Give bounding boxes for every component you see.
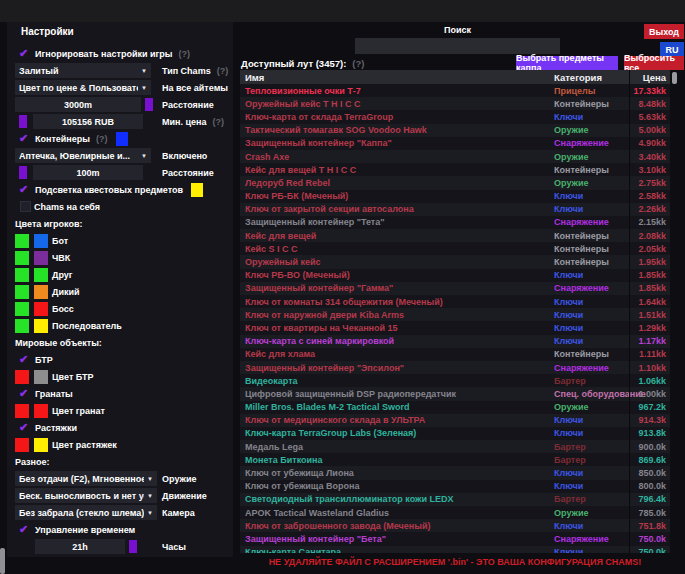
color-swatch[interactable] [15, 268, 29, 282]
table-row[interactable]: Ключ-карта TerraGroup Labs (Зеленая)Ключ… [240, 427, 670, 440]
color-swatch[interactable] [34, 319, 48, 333]
table-row[interactable]: Защищенный контейнер "Тета"Снаряжение2.1… [240, 216, 670, 229]
color-swatch[interactable] [19, 166, 27, 179]
check-icon[interactable]: ✔ [19, 524, 32, 535]
color-swatch[interactable] [34, 370, 48, 384]
table-row[interactable]: Защищенный контейнер "Гамма"Снаряжение1.… [240, 282, 670, 295]
settings-row: Последователь [7, 317, 233, 334]
table-row[interactable]: Монета БиткоинаБартер869.6k [240, 453, 670, 466]
color-swatch[interactable] [34, 302, 48, 316]
checkbox[interactable] [20, 201, 31, 212]
settings-row: Беск. выносливость и нет уста▼Движение [7, 487, 233, 504]
table-row[interactable]: Оружейный кейс T H I C CКонтейнеры8.48kk [240, 97, 670, 110]
table-row[interactable]: Защищенный контейнер "Бета"Снаряжение750… [240, 532, 670, 545]
table-row[interactable]: Защищенный контейнер "Эпсилон"Снаряжение… [240, 361, 670, 374]
item-name: Ключ РБ-ВО (Меченый) [240, 270, 549, 280]
check-icon[interactable]: ✔ [19, 388, 32, 399]
table-row[interactable]: APOK Tactical Wasteland GladiusОружие785… [240, 506, 670, 519]
table-row[interactable]: Ключ от наружной двери Kiba ArmsКлючи1.5… [240, 308, 670, 321]
table-row[interactable]: Ключ РБ-ВО (Меченый)Ключи1.85kk [240, 269, 670, 282]
table-row[interactable]: Ключ от убежища ЛионаКлючи850.0k [240, 466, 670, 479]
dropdown[interactable]: Цвет по цене & Пользователь▼ [15, 80, 151, 95]
table-row[interactable]: Медаль LegaБартер900.0k [240, 440, 670, 453]
table-row[interactable]: Тепловизионные очки Т-7Прицелы17.33kk [240, 84, 670, 97]
exit-button[interactable]: Выход [644, 24, 684, 39]
color-swatch[interactable] [15, 404, 29, 418]
table-row[interactable]: Кейс для хламаКонтейнеры1.11kk [240, 348, 670, 361]
table-row[interactable]: Тактический томагавк SOG Voodoo HawkОруж… [240, 124, 670, 137]
table-row[interactable]: Ключ от квартиры на Чеканной 15Ключи1.29… [240, 321, 670, 334]
item-name: Ключ от комнаты 314 общежития (Меченый) [240, 297, 549, 307]
dropdown[interactable]: Без отдачи (F2), Мгновенное п▼ [15, 471, 157, 486]
table-row[interactable]: Ключ от медицинского склада в УЛЬТРАКлюч… [240, 414, 670, 427]
dropdown[interactable]: Аптечка, Ювелирные и...▼ [15, 148, 151, 163]
table-row[interactable]: Оружейный кейсКонтейнеры1.95kk [240, 255, 670, 268]
table-row[interactable]: Ледоруб Red RebelОружие2.75kk [240, 176, 670, 189]
table-row[interactable]: Ключ от комнаты 314 общежития (Меченый)К… [240, 295, 670, 308]
table-row[interactable]: Ключ РБ-БК (Меченый)Ключи2.58kk [240, 190, 670, 203]
check-icon[interactable]: ✔ [19, 133, 32, 144]
select-kappa-items-button[interactable]: Выбрать предметы каппа [516, 56, 618, 70]
table-scrollbar-thumb[interactable] [672, 72, 677, 84]
value-input[interactable]: 100m [33, 165, 143, 180]
table-row[interactable]: Кейс S I C CКонтейнеры2.05kk [240, 242, 670, 255]
item-category: Ключи [549, 112, 629, 122]
item-category: Ключи [549, 323, 629, 333]
item-name: Ключ от убежища Ворона [240, 481, 549, 491]
settings-row: 21hЧасы [7, 538, 233, 555]
dropdown[interactable]: Залитый▼ [15, 63, 151, 78]
value-input[interactable]: 105156 RUB [33, 114, 143, 129]
table-row[interactable]: Цифровой защищенный DSP радиопередатчикС… [240, 387, 670, 400]
table-row[interactable]: Ключ-карта СанитараКлючи750.0k [240, 546, 670, 553]
color-swatch[interactable] [129, 540, 137, 553]
table-row[interactable]: Кейс для вещейКонтейнеры2.08kk [240, 229, 670, 242]
color-swatch[interactable] [34, 234, 48, 248]
item-price: 1.11kk [629, 349, 670, 359]
color-swatch[interactable] [191, 183, 203, 197]
color-swatch[interactable] [19, 115, 27, 128]
color-swatch[interactable] [34, 268, 48, 282]
table-row[interactable]: Защищенный контейнер "Каппа"Снаряжение4.… [240, 137, 670, 150]
color-swatch[interactable] [116, 132, 128, 146]
table-row[interactable]: Ключ-карта с синей маркировкойКлючи1.17k… [240, 335, 670, 348]
table-row[interactable]: Ключ от закрытой секции автосалонаКлючи2… [240, 203, 670, 216]
color-swatch[interactable] [15, 302, 29, 316]
table-row[interactable]: Ключ-карта от склада TerraGroupКлючи5.63… [240, 110, 670, 123]
color-swatch[interactable] [15, 319, 29, 333]
table-row[interactable]: Ключ от убежища ВоронаКлючи800.0k [240, 480, 670, 493]
search-input[interactable] [355, 38, 560, 54]
dropdown[interactable]: Без забрала (стекло шлема)▼ [15, 505, 157, 520]
check-icon[interactable]: ✔ [19, 354, 32, 365]
dropdown-value: Аптечка, Ювелирные и... [19, 151, 130, 161]
color-swatch[interactable] [15, 251, 29, 265]
discard-all-button[interactable]: Выбросить все [624, 56, 684, 70]
item-name: Ключ от квартиры на Чеканной 15 [240, 323, 549, 333]
table-row[interactable]: Кейс для вещей T H I C CКонтейнеры3.10kk [240, 163, 670, 176]
color-swatch[interactable] [15, 438, 29, 452]
table-row[interactable]: Светодиодный трансиллюминатор кожи LEDXБ… [240, 493, 670, 506]
item-name: Защищенный контейнер "Эпсилон" [240, 363, 549, 373]
item-name: Miller Bros. Blades M-2 Tactical Sword [240, 402, 549, 412]
left-scrollbar-thumb[interactable] [0, 548, 5, 574]
settings-row: Chams на себя [7, 198, 233, 215]
color-swatch[interactable] [15, 370, 29, 384]
table-row[interactable]: Ключ от заброшенного завода (Меченый)Клю… [240, 519, 670, 532]
table-row[interactable]: Miller Bros. Blades M-2 Tactical SwordОр… [240, 401, 670, 414]
item-category: Оружие [549, 402, 629, 412]
value-input[interactable]: 3000m [15, 97, 141, 112]
color-swatch[interactable] [145, 98, 153, 111]
color-swatch[interactable] [34, 404, 48, 418]
value-input[interactable]: 21h [35, 539, 125, 554]
table-row[interactable]: ВидеокартаБартер1.06kk [240, 374, 670, 387]
check-icon[interactable]: ✔ [19, 184, 32, 195]
color-swatch[interactable] [34, 438, 48, 452]
color-swatch[interactable] [15, 285, 29, 299]
settings-row: 105156 RUBМин. цена(?) [7, 113, 233, 130]
dropdown[interactable]: Беск. выносливость и нет уста▼ [15, 488, 157, 503]
color-swatch[interactable] [15, 234, 29, 248]
check-icon[interactable]: ✔ [19, 48, 32, 59]
check-icon[interactable]: ✔ [19, 422, 32, 433]
color-swatch[interactable] [34, 285, 48, 299]
table-row[interactable]: Crash AxeОружие3.40kk [240, 150, 670, 163]
color-swatch[interactable] [34, 251, 48, 265]
